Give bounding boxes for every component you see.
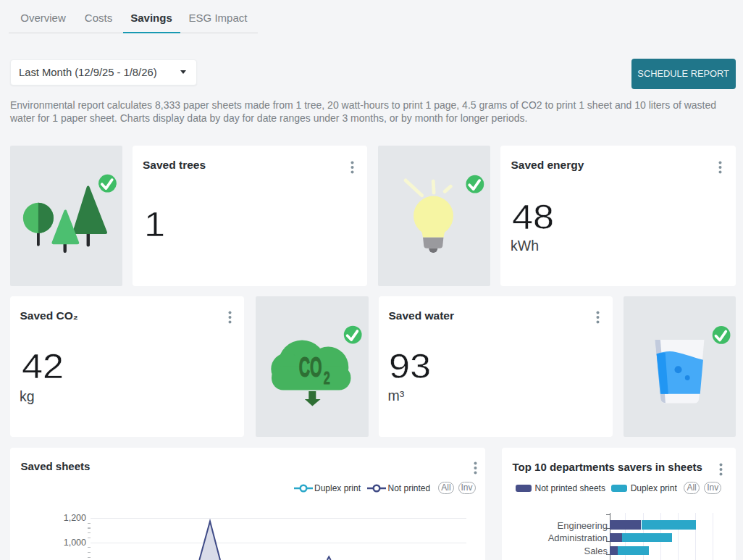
svg-text:CO: CO [299,352,322,383]
svg-text:2: 2 [324,369,330,388]
